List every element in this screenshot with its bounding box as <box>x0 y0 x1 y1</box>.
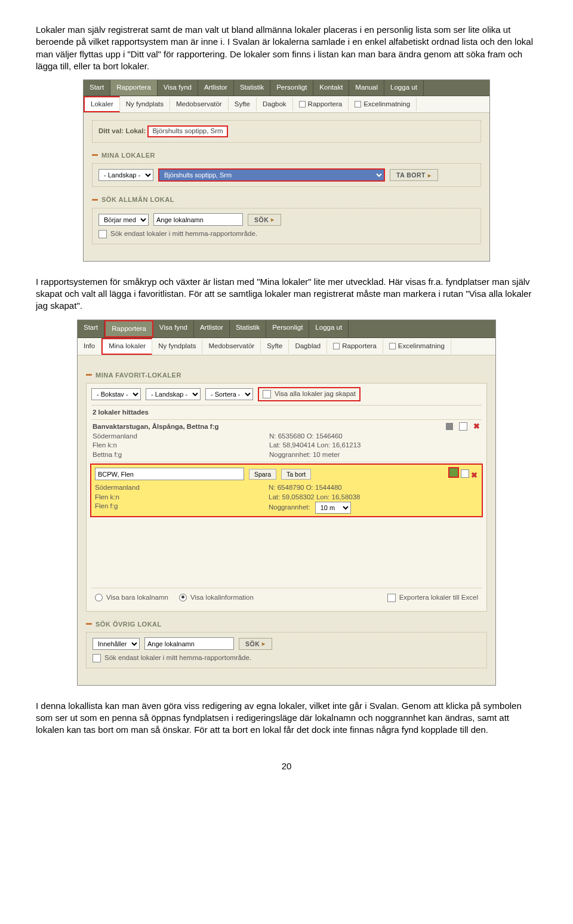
sortera-select[interactable]: - Sortera - <box>205 388 253 400</box>
sub2-nyfynd[interactable]: Ny fyndplats <box>152 339 202 354</box>
app2-topnav: Start Rapportera Visa fynd Artlistor Sta… <box>78 320 495 339</box>
sok-button[interactable]: SÖK <box>248 214 281 226</box>
nav2-start[interactable]: Start <box>78 320 104 338</box>
nav-personligt[interactable]: Personligt <box>270 80 313 96</box>
nav2-loggaut[interactable]: Logga ut <box>309 320 349 338</box>
lokalnamn2-input[interactable] <box>144 637 234 650</box>
app1-subnav: Lokaler Ny fyndplats Medobservatör Syfte… <box>84 96 489 113</box>
table-row: Banvaktarstugan, Ålspånga, Bettna f:g Sö… <box>91 420 482 462</box>
sub2-excel[interactable]: Excelinmatning <box>383 339 451 354</box>
lokal-select[interactable]: Björshults soptipp, Srm <box>158 168 385 182</box>
section-sok-ovrig: SÖK ÖVRIG LOKAL <box>86 620 487 629</box>
lokalnamn-input[interactable] <box>153 213 243 226</box>
paragraph-1: Lokaler man själv registrerat samt de ma… <box>36 24 537 72</box>
app2-subnav: Info Mina lokaler Ny fyndplats Medobserv… <box>78 338 495 355</box>
sub2-medobs[interactable]: Medobservatör <box>202 339 261 354</box>
sub2-minalokaler[interactable]: Mina lokaler <box>101 338 152 355</box>
sok2-button[interactable]: SÖK <box>239 638 272 650</box>
nav2-statistik[interactable]: Statistik <box>230 320 266 338</box>
subnav-syfte[interactable]: Syfte <box>229 97 257 112</box>
nav-start[interactable]: Start <box>84 80 110 96</box>
ditt-val-label: Lokal: <box>125 127 146 134</box>
sub2-info[interactable]: Info <box>78 339 101 354</box>
sub2-rapportera[interactable]: Rapportera <box>327 339 383 354</box>
nav-kontakt[interactable]: Kontakt <box>313 80 349 96</box>
sok-endast2-checkbox[interactable] <box>93 654 101 662</box>
delete-icon[interactable]: ✖ <box>471 472 478 479</box>
table-row-editing: Spara Ta bort ✖ Södermanland Flen k:n <box>90 463 483 517</box>
nav-statistik[interactable]: Statistik <box>234 80 270 96</box>
nav-logga-ut[interactable]: Logga ut <box>384 80 424 96</box>
sok-endast-label: Sök endast lokaler i mitt hemma-rapporto… <box>110 229 257 239</box>
sub2-syfte[interactable]: Syfte <box>261 339 289 354</box>
ditt-val-value: Björshults soptipp, Srm <box>147 125 227 137</box>
nav-visa-fynd[interactable]: Visa fynd <box>158 80 198 96</box>
subnav-rapportera[interactable]: Rapportera <box>293 97 349 112</box>
app1-topnav: Start Rapportera Visa fynd Artlistor Sta… <box>84 80 489 96</box>
ta-bort-button[interactable]: TA BORT <box>390 169 438 181</box>
section-sok-allman: SÖK ALLMÄN LOKAL <box>92 195 481 204</box>
row2-name-input[interactable] <box>95 468 244 480</box>
nav2-visa[interactable]: Visa fynd <box>153 320 194 338</box>
export-checkbox[interactable] <box>387 594 396 602</box>
paragraph-3: I denna lokallista kan man även göra vis… <box>36 700 537 736</box>
subnav-medobs[interactable]: Medobservatör <box>170 97 229 112</box>
section-fav-lokaler: MINA FAVORIT-LOKALER <box>86 371 487 380</box>
pencil-icon[interactable] <box>446 423 453 430</box>
found-count: 2 lokaler hittades <box>91 406 482 420</box>
sok-endast-checkbox[interactable] <box>98 230 107 238</box>
accuracy-select[interactable]: 10 m <box>315 502 351 514</box>
screenshot-1: Start Rapportera Visa fynd Artlistor Sta… <box>36 79 537 262</box>
nav-artlistor[interactable]: Artlistor <box>198 80 234 96</box>
checkbox-icon[interactable] <box>461 469 469 478</box>
section-mina-lokaler: MINA LOKALER <box>92 151 481 160</box>
screenshot-2: Start Rapportera Visa fynd Artlistor Sta… <box>36 320 537 686</box>
visa-lokalinfo-radio[interactable] <box>179 594 187 601</box>
bokstav-select[interactable]: - Bokstav - <box>91 388 141 400</box>
borjar-med-select[interactable]: Börjar med <box>98 214 149 226</box>
checkbox-icon[interactable] <box>459 422 467 431</box>
nav2-artlistor[interactable]: Artlistor <box>194 320 230 338</box>
subnav-excel[interactable]: Excelinmatning <box>349 97 417 112</box>
row1-name: Banvaktarstugan, Ålspånga, Bettna f:g <box>93 422 262 432</box>
nav-manual[interactable]: Manual <box>349 80 384 96</box>
spara-button[interactable]: Spara <box>249 469 276 480</box>
ditt-val-prefix: Ditt val: <box>98 127 124 134</box>
nav-rapportera[interactable]: Rapportera <box>110 80 158 96</box>
paragraph-2: I rapportsystemen för småkryp och växter… <box>36 276 537 312</box>
pencil-icon[interactable] <box>448 467 459 478</box>
landskap-select[interactable]: - Landskap - <box>98 169 153 181</box>
visa-alla-label: Visa alla lokaler jag skapat <box>275 389 356 399</box>
subnav-lokaler[interactable]: Lokaler <box>84 96 120 113</box>
visa-lokalnamn-radio[interactable] <box>95 594 103 601</box>
page-number: 20 <box>36 760 537 772</box>
innehaller-select[interactable]: Innehåller <box>93 638 140 650</box>
nav2-rapportera[interactable]: Rapportera <box>104 320 153 338</box>
nav2-personligt[interactable]: Personligt <box>266 320 309 338</box>
sub2-dagblad[interactable]: Dagblad <box>289 339 327 354</box>
subnav-nyfyndplats[interactable]: Ny fyndplats <box>120 97 170 112</box>
subnav-dagbok[interactable]: Dagbok <box>257 97 293 112</box>
visa-alla-checkbox[interactable] <box>263 390 271 398</box>
delete-icon[interactable]: ✖ <box>473 423 480 430</box>
tabort-button[interactable]: Ta bort <box>281 469 311 480</box>
landskap2-select[interactable]: - Landskap - <box>146 388 201 400</box>
